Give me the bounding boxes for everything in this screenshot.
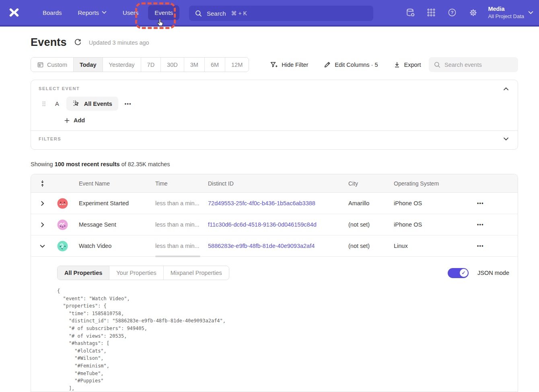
expand-row-button[interactable] <box>31 222 53 227</box>
help-icon: ? <box>447 8 457 17</box>
select-event-header: SELECT EVENT <box>31 80 518 91</box>
plus-icon <box>64 118 70 124</box>
column-header-os[interactable]: Operating System <box>394 180 474 187</box>
row-more-button[interactable]: ••• <box>477 222 518 227</box>
sparkle-cursor-icon <box>72 100 80 108</box>
table-row[interactable]: Experiment Started less than a min... 72… <box>31 193 518 214</box>
json-viewer[interactable]: { "event": "Watch Video", "properties": … <box>57 287 509 392</box>
help-button[interactable]: ? <box>444 4 461 21</box>
workspace-name: Media <box>488 5 524 13</box>
event-time: less than a min... <box>155 200 208 206</box>
workspace-info: Media All Project Data <box>488 5 524 20</box>
event-city: (not set) <box>348 243 394 249</box>
date-range-label: 12M <box>231 62 243 68</box>
column-header-event-name[interactable]: Event Name <box>71 180 155 187</box>
workspace-switcher[interactable]: Media All Project Data <box>486 4 536 21</box>
event-os: Linux <box>394 243 474 249</box>
date-range-label: Yesterday <box>109 62 135 68</box>
date-range-yesterday[interactable]: Yesterday <box>103 58 141 72</box>
events-page: Boards Reports Users Events Search ⌘ + K <box>0 0 539 392</box>
mixpanel-logo[interactable] <box>7 6 21 19</box>
drag-handle-icon[interactable] <box>41 101 46 107</box>
event-avatar <box>53 198 71 209</box>
select-event-label: SELECT EVENT <box>39 86 80 91</box>
event-query-row: A All Events ••• <box>41 97 518 111</box>
tab-your-properties[interactable]: Your Properties <box>109 266 163 280</box>
horizontal-scrollbar-thumb[interactable] <box>155 256 200 257</box>
nav-item-label: Users <box>123 9 138 16</box>
row-more-button[interactable]: ••• <box>477 200 518 206</box>
export-button[interactable]: Export <box>393 61 421 68</box>
date-range-control: Custom Today Yesterday 7D 30D 3M 6M 12M <box>31 57 249 72</box>
table-header: Event Name Time Distinct ID City Operati… <box>31 174 518 193</box>
collapse-all-button[interactable] <box>31 179 53 188</box>
mixpanel-logo-icon <box>8 6 20 19</box>
hide-filter-button[interactable]: Hide Filter <box>270 61 308 68</box>
date-range-12m[interactable]: 12M <box>225 58 249 72</box>
page-title: Events <box>31 36 67 49</box>
updated-status: Updated 3 minutes ago <box>89 39 149 46</box>
column-header-city[interactable]: City <box>348 180 394 187</box>
nav-item-label: Events <box>154 9 173 16</box>
event-city: Amarillo <box>348 200 394 206</box>
date-range-today[interactable]: Today <box>73 58 103 72</box>
event-chip-label: All Events <box>84 101 112 107</box>
column-header-time[interactable]: Time <box>155 180 208 187</box>
table-row-expanded[interactable]: Watch Video less than a min... 5886283e-… <box>31 235 518 257</box>
hide-filter-label: Hide Filter <box>282 62 308 68</box>
date-range-label: 6M <box>211 62 219 68</box>
date-range-label: Custom <box>47 62 67 68</box>
database-gear-icon <box>405 8 416 18</box>
date-range-6m[interactable]: 6M <box>204 58 225 72</box>
calendar-icon <box>37 61 44 68</box>
json-line: "properties": { <box>57 302 509 310</box>
distinct-id-link[interactable]: f11c30d6-dc6d-4518-9136-0d046159c84d <box>208 221 348 228</box>
add-event-button[interactable]: Add <box>64 117 92 124</box>
date-range-label: Today <box>80 62 97 68</box>
global-search-bar[interactable]: Search ⌘ + K <box>189 6 373 21</box>
navbar-right: ? <box>402 0 536 25</box>
json-line: ], <box>57 385 509 392</box>
distinct-id-link[interactable]: 5886283e-e9fb-48fb-81de-40e9093a2af4 <box>208 243 348 249</box>
chevron-down-icon <box>102 11 107 14</box>
date-range-7d[interactable]: 7D <box>141 58 161 72</box>
date-range-custom[interactable]: Custom <box>31 58 73 72</box>
json-line: "#hashtags": [ <box>57 340 509 347</box>
json-mode-label: JSON mode <box>477 270 509 276</box>
refresh-icon <box>74 39 82 46</box>
collapse-all-icon <box>39 179 45 188</box>
date-range-30d[interactable]: 30D <box>160 58 184 72</box>
filters-header[interactable]: FILTERS <box>31 131 518 141</box>
nav-item-boards[interactable]: Boards <box>36 5 68 20</box>
settings-button[interactable] <box>465 4 481 21</box>
apps-grid-button[interactable] <box>423 4 440 21</box>
refresh-button[interactable] <box>74 39 82 46</box>
json-line: "distinct_id": "5886283e-e9fb-48fb-81de-… <box>57 317 509 325</box>
collapse-row-button[interactable] <box>31 243 53 249</box>
search-icon <box>434 61 441 68</box>
nav-item-users[interactable]: Users <box>116 5 145 20</box>
search-events-field[interactable] <box>429 57 518 72</box>
results-highlight: 100 most recent results <box>55 161 120 167</box>
tab-all-properties[interactable]: All Properties <box>58 266 109 280</box>
query-builder-card: SELECT EVENT A <box>31 80 518 150</box>
table-row[interactable]: Message Sent less than a min... f11c30d6… <box>31 214 518 235</box>
column-header-distinct-id[interactable]: Distinct ID <box>208 180 348 187</box>
results-prefix: Showing <box>31 161 55 167</box>
data-management-button[interactable] <box>402 4 419 21</box>
tab-mixpanel-properties[interactable]: Mixpanel Properties <box>163 266 229 280</box>
distinct-id-link[interactable]: 72d49553-25fc-4f0c-b436-1b5ac6ab3388 <box>208 200 348 206</box>
json-line: "#Puppies" <box>57 377 509 385</box>
expand-row-button[interactable] <box>31 201 53 206</box>
event-more-button[interactable]: ••• <box>125 101 132 107</box>
chevron-up-icon[interactable] <box>503 87 509 91</box>
event-selector-chip[interactable]: All Events <box>66 97 118 111</box>
json-mode-toggle[interactable]: ✓ <box>448 268 469 278</box>
nav-item-reports[interactable]: Reports <box>72 5 113 20</box>
filters-label: FILTERS <box>39 136 61 141</box>
edit-columns-button[interactable]: Edit Columns · 5 <box>323 61 378 68</box>
search-events-input[interactable] <box>444 62 509 68</box>
row-more-button[interactable]: ••• <box>477 243 518 249</box>
events-table: Event Name Time Distinct ID City Operati… <box>31 174 518 392</box>
date-range-3m[interactable]: 3M <box>184 58 204 72</box>
